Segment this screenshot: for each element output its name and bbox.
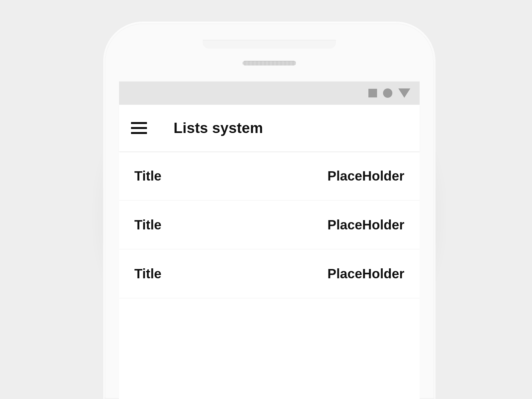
list-item[interactable]: Title PlaceHolder <box>119 152 420 200</box>
status-triangle-down-icon <box>398 88 410 98</box>
list-item-title: Title <box>134 266 162 281</box>
list-item[interactable]: Title PlaceHolder <box>119 200 420 249</box>
list-item-value: PlaceHolder <box>328 217 404 232</box>
app-title: Lists system <box>174 120 263 136</box>
status-bar <box>119 81 420 105</box>
phone-screen: Lists system Title PlaceHolder Title Pla… <box>119 81 420 399</box>
list-item-title: Title <box>134 217 162 232</box>
list: Title PlaceHolder Title PlaceHolder Titl… <box>119 152 420 298</box>
list-item-title: Title <box>134 169 162 184</box>
status-square-icon <box>368 89 377 97</box>
list-item-value: PlaceHolder <box>328 266 404 281</box>
list-item-value: PlaceHolder <box>328 169 404 184</box>
status-circle-icon <box>383 88 392 98</box>
list-item[interactable]: Title PlaceHolder <box>119 249 420 298</box>
menu-icon[interactable] <box>131 122 147 134</box>
app-bar: Lists system <box>119 105 420 152</box>
phone-speaker <box>243 61 296 66</box>
status-icons <box>368 88 410 98</box>
phone-frame: Lists system Title PlaceHolder Title Pla… <box>103 22 436 399</box>
phone-top-notch <box>203 40 336 49</box>
